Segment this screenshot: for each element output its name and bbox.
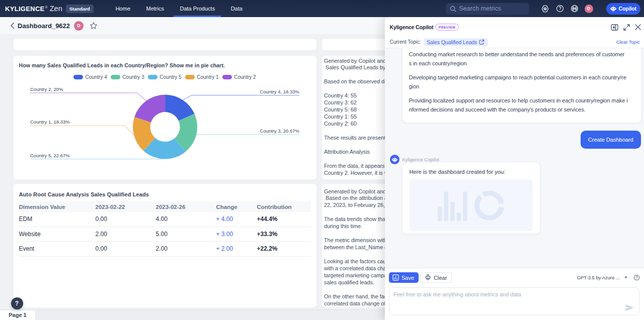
card-row1-left[interactable] bbox=[14, 39, 316, 50]
clear-button[interactable]: Clear bbox=[421, 272, 452, 283]
legend-item[interactable]: Country 3 bbox=[111, 74, 144, 80]
logo-registered-mark: ® bbox=[45, 6, 48, 9]
main-nav: HomeMetricsData ProductsData bbox=[108, 0, 251, 17]
legend-label: Country 5 bbox=[159, 74, 181, 80]
external-link-icon bbox=[479, 39, 485, 45]
navbar-right: D Copilot bbox=[446, 3, 644, 15]
current-topic-pill[interactable]: Sales Qualified Leads bbox=[424, 38, 488, 46]
clear-button-label: Clear bbox=[434, 275, 447, 281]
model-caret-icon: ▼ bbox=[624, 275, 628, 280]
clear-brush-icon bbox=[425, 274, 431, 281]
table-row: Website2.005.00+ 3.00+33.3% bbox=[19, 227, 311, 241]
clear-topic-link[interactable]: Clear Topic bbox=[616, 39, 640, 45]
favorite-star-icon[interactable] bbox=[90, 22, 98, 30]
create-dashboard-button[interactable]: Create Dashboard bbox=[581, 131, 641, 149]
pie-label-line bbox=[30, 93, 146, 101]
panel-header-icons bbox=[606, 24, 641, 31]
copilot-panel-title: Kyligence Copilot bbox=[390, 24, 434, 30]
help-floating-button[interactable]: ? bbox=[11, 297, 23, 309]
pie-slice-label: Country 5, 22.67% bbox=[30, 153, 70, 158]
copilot-button-label: Copilot bbox=[619, 6, 636, 12]
legend-label: Country 2 bbox=[234, 74, 256, 80]
pie-slice-label: Country 2, 20% bbox=[30, 86, 63, 92]
send-icon[interactable] bbox=[625, 304, 634, 311]
search-box[interactable] bbox=[446, 3, 529, 15]
chat-input-box bbox=[389, 287, 639, 315]
table-cell: 5.00 bbox=[156, 227, 216, 241]
table-cell: +33.3% bbox=[257, 227, 311, 241]
table-col-header: Contribution bbox=[257, 201, 311, 212]
dashboard-created-text: Here is the dashboard created for you: bbox=[410, 169, 533, 175]
dashboard-created-bubble: Here is the dashboard created for you: bbox=[403, 163, 540, 234]
copilot-panel: Kyligence Copilot PREVIEW Current Topic:… bbox=[385, 17, 644, 320]
table-cell: EDM bbox=[19, 212, 96, 227]
legend-item[interactable]: Country 1 bbox=[185, 74, 218, 80]
legend-item[interactable]: Country 2 bbox=[222, 74, 256, 80]
copilot-panel-header: Kyligence Copilot PREVIEW bbox=[385, 17, 644, 32]
nav-item-data[interactable]: Data bbox=[225, 0, 249, 17]
legend-label: Country 3 bbox=[122, 74, 144, 80]
copilot-messages: Conducting market research to better und… bbox=[385, 48, 644, 268]
globe-icon[interactable] bbox=[570, 5, 579, 13]
table-col-header: Change bbox=[216, 201, 257, 212]
search-icon bbox=[450, 6, 456, 12]
analysis-table: Dimension Value2023-02-222023-02-26Chang… bbox=[19, 201, 311, 257]
logo-product: Zen bbox=[50, 5, 62, 13]
table-cell: Event bbox=[19, 242, 96, 256]
chat-input[interactable] bbox=[389, 288, 639, 315]
table-col-header: 2023-02-22 bbox=[96, 201, 156, 212]
copilot-message-paragraph: Conducting market research to better und… bbox=[409, 50, 634, 68]
table-row: Event0.002.00+ 2.00+22.2% bbox=[19, 242, 311, 256]
pie-slice-label: Country 1, 18.33% bbox=[30, 119, 70, 125]
table-cell: + 4.00 bbox=[216, 212, 257, 227]
nav-item-metrics[interactable]: Metrics bbox=[140, 0, 170, 17]
user-avatar[interactable]: D bbox=[585, 5, 593, 13]
pie-slice-label: Country 3, 20.67% bbox=[260, 128, 299, 134]
legend-swatch bbox=[111, 75, 120, 79]
table-cell: +44.4% bbox=[257, 212, 311, 227]
preview-badge: PREVIEW bbox=[435, 24, 458, 31]
expand-panel-icon[interactable] bbox=[623, 24, 630, 31]
table-cell: 2.00 bbox=[96, 227, 156, 241]
table-cell: 0.00 bbox=[96, 212, 156, 227]
dashboard-owner-avatar: D bbox=[74, 21, 84, 31]
dashboard-preview-image[interactable] bbox=[410, 179, 533, 231]
pie-chart-card[interactable]: Country 4, 18.33%Country 3, 20.67%Countr… bbox=[14, 56, 316, 179]
copilot-sender-name: Kyligence Copilot bbox=[403, 157, 439, 162]
table-cell: + 3.00 bbox=[216, 227, 257, 241]
kyligence-zen-logo[interactable]: KYLIGENCE ® Zen bbox=[5, 5, 62, 13]
copilot-button[interactable]: Copilot bbox=[606, 3, 640, 15]
legend-swatch bbox=[148, 75, 157, 79]
help-icon[interactable] bbox=[555, 5, 564, 13]
model-help-icon[interactable] bbox=[633, 274, 640, 281]
close-panel-icon[interactable] bbox=[635, 24, 641, 30]
current-topic-row: Current Topic: Sales Qualified Leads Cle… bbox=[385, 32, 644, 48]
model-select[interactable]: GPT-3.5 by Azure ... ▼ bbox=[577, 274, 640, 281]
copilot-message-bubble: Conducting market research to better und… bbox=[403, 48, 641, 123]
nav-item-home[interactable]: Home bbox=[110, 0, 136, 17]
legend-item[interactable]: Country 4 bbox=[73, 74, 107, 80]
table-cell: 0.00 bbox=[96, 242, 156, 256]
legend-item[interactable]: Country 5 bbox=[148, 74, 181, 80]
pie-label-line bbox=[30, 126, 134, 135]
settings-icon[interactable] bbox=[541, 5, 549, 13]
page-tab-1[interactable]: Page 1 bbox=[0, 310, 36, 320]
save-button-label: Save bbox=[401, 275, 414, 281]
dock-panel-icon[interactable] bbox=[611, 24, 618, 31]
copilot-message-paragraph: Providing localized support and resource… bbox=[409, 96, 634, 114]
back-chevron-icon[interactable] bbox=[10, 22, 15, 29]
legend-swatch bbox=[73, 75, 83, 79]
pie-slice-label: Country 4, 18.33% bbox=[260, 89, 299, 94]
analysis-table-card[interactable]: Auto Root Cause Analysis Sales Qualified… bbox=[14, 184, 316, 307]
copilot-toolbar: Save Clear GPT-3.5 by Azure ... ▼ bbox=[385, 268, 644, 287]
current-topic-value: Sales Qualified Leads bbox=[427, 39, 477, 45]
search-input[interactable] bbox=[459, 5, 525, 12]
dashboard-placeholder-icon bbox=[438, 190, 504, 221]
table-col-header: 2023-02-26 bbox=[156, 201, 216, 212]
page-title: Dashboard_9622 bbox=[18, 22, 70, 30]
save-button[interactable]: Save bbox=[389, 272, 419, 283]
pie-slice-country-2[interactable] bbox=[134, 95, 165, 123]
model-select-value: GPT-3.5 by Azure ... bbox=[577, 275, 620, 280]
top-navbar: KYLIGENCE ® Zen Standard HomeMetricsData… bbox=[0, 0, 644, 17]
nav-item-data-products[interactable]: Data Products bbox=[174, 0, 221, 17]
